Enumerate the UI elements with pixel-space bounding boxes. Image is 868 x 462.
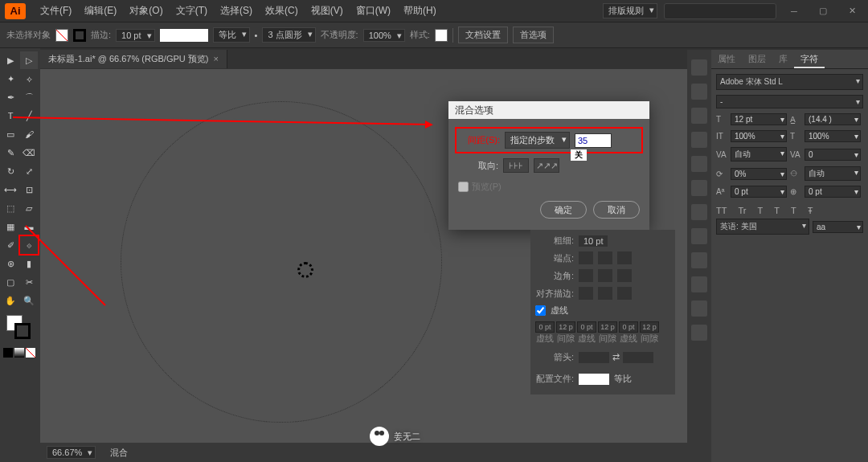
sp-weight-value[interactable]: 10 pt xyxy=(579,235,608,247)
ok-button[interactable]: 确定 xyxy=(540,201,587,219)
color-mode-switches[interactable] xyxy=(2,346,39,359)
panel-tab-properties[interactable]: 属性 xyxy=(711,50,742,68)
menu-object[interactable]: 对象(O) xyxy=(123,4,169,18)
tt-underline[interactable]: T xyxy=(791,206,796,215)
dash-val-4[interactable] xyxy=(619,321,638,333)
blend-tool[interactable]: ⟐ xyxy=(20,236,38,254)
hscale-input[interactable]: 100% xyxy=(805,130,861,142)
stroke-style-preview[interactable] xyxy=(160,29,208,42)
width-tool[interactable]: ⟷ xyxy=(2,181,19,198)
slice-tool[interactable]: ✂ xyxy=(20,273,38,291)
aa-input[interactable]: 0 pt xyxy=(805,186,861,198)
stroke-swatch[interactable] xyxy=(73,29,86,42)
rotate-tool[interactable]: ↻ xyxy=(2,162,19,180)
cap-round[interactable] xyxy=(598,251,612,264)
dock-gradient-icon[interactable] xyxy=(691,180,707,196)
aa-method[interactable]: aa xyxy=(813,221,863,233)
align-center[interactable] xyxy=(579,287,593,300)
dock-asset-export-icon[interactable] xyxy=(691,301,707,317)
menu-window[interactable]: 窗口(W) xyxy=(350,4,397,18)
dash-val-0[interactable] xyxy=(535,321,555,333)
menu-type[interactable]: 文字(T) xyxy=(170,4,214,18)
kerning-input[interactable]: 自动 xyxy=(731,147,787,161)
artwork-large-circle[interactable] xyxy=(121,101,442,423)
leading-input[interactable]: (14.4 ) xyxy=(805,113,861,125)
eyedropper-tool[interactable]: ✐ xyxy=(2,236,19,254)
dash-val-3[interactable] xyxy=(598,321,617,333)
font-style-dropdown[interactable]: - xyxy=(716,95,863,108)
tt-strike[interactable]: Ŧ xyxy=(808,206,813,215)
corner-round[interactable] xyxy=(598,269,612,282)
rotation-input[interactable]: 0% xyxy=(731,168,787,180)
free-transform-tool[interactable]: ⊡ xyxy=(20,181,38,198)
menu-select[interactable]: 选择(S) xyxy=(214,4,259,18)
close-icon[interactable]: ✕ xyxy=(841,3,863,19)
stroke-weight-dropdown[interactable]: 10 pt xyxy=(116,29,154,42)
align-inside[interactable] xyxy=(598,287,612,300)
zoom-tool[interactable]: 🔍 xyxy=(20,292,38,309)
menu-help[interactable]: 帮助(H) xyxy=(397,4,443,18)
column-graph-tool[interactable]: ▮ xyxy=(20,255,38,272)
fill-swatch[interactable] xyxy=(55,29,68,42)
search-stock[interactable] xyxy=(664,3,776,19)
menu-effect[interactable]: 效果(C) xyxy=(259,4,305,18)
fill-stroke-indicator[interactable] xyxy=(2,310,39,345)
arrow-end[interactable] xyxy=(623,352,653,363)
rectangle-tool[interactable]: ▭ xyxy=(2,125,19,143)
paintbrush-tool[interactable]: 🖌 xyxy=(20,125,38,143)
dock-graphic-styles-icon[interactable] xyxy=(691,252,707,268)
selection-tool[interactable]: ▶ xyxy=(2,51,19,69)
dash-val-2[interactable] xyxy=(577,321,596,333)
dock-appearance-icon[interactable] xyxy=(691,228,707,244)
workspace-dropdown[interactable]: 排版规则 xyxy=(603,3,657,18)
stroke-profile-dropdown[interactable]: 3 点圆形 xyxy=(262,27,315,43)
artwork-small-circle[interactable] xyxy=(297,262,313,278)
perspective-tool[interactable]: ▱ xyxy=(20,199,38,217)
dash-val-5[interactable] xyxy=(640,321,659,333)
dock-swatches-icon[interactable] xyxy=(691,84,707,100)
direct-selection-tool[interactable]: ▷ xyxy=(20,51,38,69)
baseline-input[interactable]: 0 pt xyxy=(731,186,787,198)
document-tab[interactable]: 未标题-1.ai* @ 66.67% (RGB/GPU 预览)× xyxy=(40,50,227,68)
panel-tab-layers[interactable]: 图层 xyxy=(742,50,772,68)
panel-tab-character[interactable]: 字符 xyxy=(794,50,825,68)
line-tool[interactable]: ╱ xyxy=(20,107,38,125)
lasso-tool[interactable]: ⟡ xyxy=(20,70,38,88)
dock-color-icon[interactable] xyxy=(691,59,707,76)
dash-checkbox[interactable] xyxy=(535,305,546,316)
opacity-dropdown[interactable]: 100% xyxy=(363,29,405,42)
corner-miter[interactable] xyxy=(579,269,593,282)
dock-artboards-icon[interactable] xyxy=(691,325,707,341)
shaper-tool[interactable]: ✎ xyxy=(2,144,19,161)
mesh-tool[interactable]: ▦ xyxy=(2,218,19,235)
tt-super[interactable]: T xyxy=(757,206,763,215)
dock-stroke-icon[interactable] xyxy=(691,156,707,172)
tab-close-icon[interactable]: × xyxy=(213,54,218,63)
symbol-sprayer-tool[interactable]: ⊛ xyxy=(2,255,19,272)
graphic-style-swatch[interactable] xyxy=(435,29,448,42)
spacing-mode-dropdown[interactable]: 指定的步数 xyxy=(505,132,570,149)
tracking-input[interactable]: 0 xyxy=(805,149,861,161)
cap-butt[interactable] xyxy=(579,251,593,264)
minimize-icon[interactable]: ─ xyxy=(783,3,805,19)
curvature-tool[interactable]: ⌒ xyxy=(20,88,38,106)
shape-builder-tool[interactable]: ⬚ xyxy=(2,199,19,217)
document-setup-button[interactable]: 文档设置 xyxy=(458,27,508,43)
rotation2-input[interactable]: 自动 xyxy=(805,166,861,181)
menu-view[interactable]: 视图(V) xyxy=(305,4,350,18)
vscale-input[interactable]: 100% xyxy=(731,130,787,142)
gradient-tool[interactable]: ▬ xyxy=(20,218,38,235)
tt-sub[interactable]: T xyxy=(774,206,780,215)
panel-tab-libraries[interactable]: 库 xyxy=(772,50,794,68)
dock-transparency-icon[interactable] xyxy=(691,204,707,220)
magic-wand-tool[interactable]: ✦ xyxy=(2,70,19,88)
dock-layers-icon[interactable] xyxy=(691,276,707,292)
preferences-button[interactable]: 首选项 xyxy=(513,27,554,43)
scale-tool[interactable]: ⤢ xyxy=(20,162,38,180)
arrow-start[interactable] xyxy=(579,352,609,363)
maximize-icon[interactable]: ▢ xyxy=(812,3,834,19)
artboard-tool[interactable]: ▢ xyxy=(2,273,19,291)
align-outside[interactable] xyxy=(617,287,632,300)
orientation-align-path[interactable]: ↗↗↗ xyxy=(534,158,559,173)
menu-edit[interactable]: 编辑(E) xyxy=(78,4,123,18)
